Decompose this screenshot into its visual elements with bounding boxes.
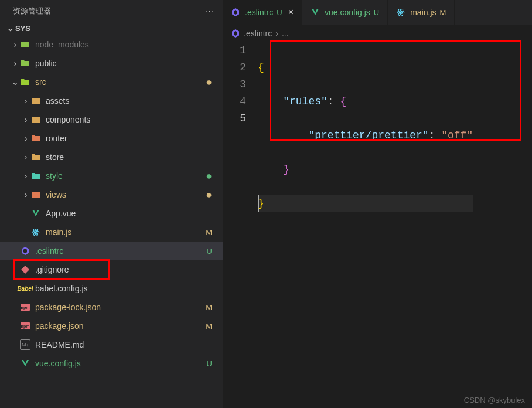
close-icon[interactable]: ×: [288, 7, 294, 18]
breadcrumb-more: ...: [282, 29, 289, 38]
file-tree: › node_modules › public ⌄ src ● ›: [0, 35, 223, 376]
tree-label: .eslintrc: [35, 246, 198, 256]
eslint-icon: [20, 246, 30, 256]
tree-label: package-lock.json: [35, 302, 198, 312]
line-number: 2: [240, 59, 246, 76]
editor-area: .eslintrc U × vue.config.js U main.js M …: [223, 0, 532, 408]
tree-label: src: [35, 77, 198, 87]
json-key: "prettier/prettier": [308, 130, 428, 141]
folder-icon: [30, 189, 41, 200]
colon: :: [429, 130, 442, 141]
git-status: M: [198, 322, 212, 331]
folder-components[interactable]: › components: [0, 110, 223, 129]
git-status: M: [198, 228, 212, 237]
tree-label: package.json: [35, 321, 198, 331]
tab-label: main.js: [410, 8, 436, 17]
file-readme[interactable]: M↓ README.md: [0, 335, 223, 354]
explorer-sidebar: 资源管理器 ⋯ ⌄ SYS › node_modules › public ⌄: [0, 0, 223, 408]
file-package-lock[interactable]: npm package-lock.json M: [0, 298, 223, 317]
git-status: U: [198, 359, 212, 368]
folder-icon: [20, 77, 30, 87]
git-status-dot: ●: [198, 189, 212, 201]
file-main-js[interactable]: main.js M: [0, 223, 223, 242]
chevron-right-icon: ›: [11, 40, 20, 49]
colon: :: [328, 96, 340, 107]
tab-eslintrc[interactable]: .eslintrc U ×: [223, 0, 302, 25]
tree-label: App.vue: [46, 209, 198, 218]
git-status-dot: ●: [198, 170, 212, 182]
tree-label: store: [46, 152, 198, 162]
tree-label: node_modules: [35, 40, 198, 49]
folder-icon: [30, 133, 41, 144]
file-vue-config[interactable]: vue.config.js U: [0, 354, 223, 373]
folder-views[interactable]: › views ●: [0, 185, 223, 204]
explorer-more-icon[interactable]: ⋯: [206, 7, 214, 16]
vue-icon: [20, 358, 30, 369]
tab-status: M: [440, 8, 446, 17]
json-string: "off": [441, 130, 473, 141]
svg-point-0: [35, 232, 37, 233]
folder-icon: [30, 96, 41, 106]
react-icon: [396, 8, 405, 17]
tree-label: public: [35, 59, 198, 68]
folder-icon: [20, 58, 30, 69]
tab-status: U: [277, 8, 282, 17]
file-app-vue[interactable]: App.vue: [0, 204, 223, 223]
project-root-label: SYS: [15, 24, 30, 33]
brace-open: {: [340, 96, 346, 107]
json-icon: npm: [20, 302, 30, 312]
chevron-right-icon: ›: [11, 59, 20, 68]
chevron-down-icon: ⌄: [6, 23, 15, 33]
git-status: M: [198, 303, 212, 312]
folder-node-modules[interactable]: › node_modules: [0, 35, 223, 54]
chevron-right-icon: ›: [21, 190, 30, 199]
project-root[interactable]: ⌄ SYS: [0, 21, 223, 35]
line-number: 4: [240, 93, 246, 110]
json-key: "rules": [283, 96, 328, 107]
tree-label: components: [46, 115, 198, 124]
code-content[interactable]: { "rules": { "prettier/prettier": "off" …: [258, 42, 473, 246]
folder-store[interactable]: › store: [0, 148, 223, 166]
folder-src[interactable]: ⌄ src ●: [0, 73, 223, 91]
svg-text:npm: npm: [21, 324, 30, 329]
folder-style[interactable]: › style ●: [0, 166, 223, 185]
folder-assets[interactable]: › assets: [0, 91, 223, 110]
chevron-right-icon: ›: [21, 134, 30, 143]
explorer-title: 资源管理器: [13, 6, 51, 16]
tab-label: .eslintrc: [245, 8, 273, 17]
svg-text:npm: npm: [21, 305, 30, 310]
tab-status: U: [374, 8, 379, 17]
file-babel-config[interactable]: Babel babel.config.js: [0, 279, 223, 298]
editor-tabs: .eslintrc U × vue.config.js U main.js M: [223, 0, 532, 25]
line-number: 5: [240, 110, 246, 127]
eslint-icon: [231, 29, 240, 38]
file-eslintrc[interactable]: .eslintrc U: [0, 242, 223, 260]
folder-public[interactable]: › public: [0, 54, 223, 73]
tree-label: assets: [46, 96, 198, 106]
chevron-right-icon: ›: [21, 171, 30, 181]
json-icon: npm: [20, 321, 30, 331]
explorer-header: 资源管理器 ⋯: [0, 0, 223, 21]
file-gitignore[interactable]: .gitignore: [0, 260, 223, 279]
folder-icon: [30, 171, 41, 181]
folder-icon: [20, 39, 30, 50]
vue-icon: [30, 208, 41, 219]
brace-close: }: [283, 164, 289, 175]
tab-vue-config[interactable]: vue.config.js U: [302, 0, 388, 25]
line-gutter: 1 2 3 4 5: [223, 42, 258, 246]
breadcrumb-separator: ›: [275, 29, 278, 38]
editor-body[interactable]: 1 2 3 4 5 { "rules": { "prettier/prettie…: [223, 42, 532, 408]
line-number: 3: [240, 76, 246, 93]
file-package-json[interactable]: npm package.json M: [0, 317, 223, 335]
markdown-icon: M↓: [20, 339, 30, 350]
brace-open: {: [258, 62, 264, 73]
tree-label: .gitignore: [35, 265, 198, 274]
folder-router[interactable]: › router: [0, 129, 223, 148]
svg-point-8: [400, 12, 402, 13]
tree-label: vue.config.js: [35, 359, 198, 368]
editor-breadcrumb[interactable]: .eslintrc › ...: [223, 25, 532, 42]
tab-main-js[interactable]: main.js M: [388, 0, 455, 25]
tree-label: babel.config.js: [35, 284, 198, 293]
chevron-right-icon: ›: [21, 96, 30, 106]
tree-label: README.md: [35, 340, 198, 349]
